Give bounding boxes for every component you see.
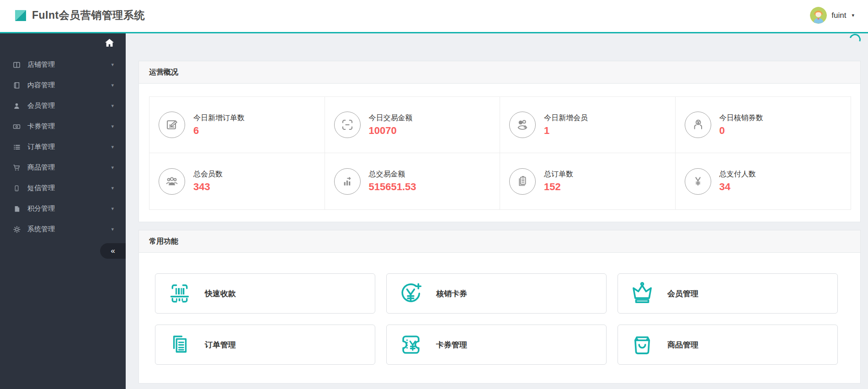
gear-icon	[12, 226, 21, 233]
stat-total-amount: 总交易金额 515651.53	[325, 153, 501, 209]
quick-actions-body: 快速收款 核销卡券	[139, 253, 860, 383]
sidebar-item-points[interactable]: 积分管理 ▾	[0, 198, 126, 219]
documents-icon	[167, 332, 192, 357]
user-avatar[interactable]	[810, 7, 827, 24]
member-manage-button[interactable]: 会员管理	[618, 273, 838, 314]
columns-icon	[12, 61, 21, 69]
sidebar-item-goods[interactable]: 商品管理 ▾	[0, 157, 126, 178]
caret-down-icon: ▾	[111, 144, 114, 150]
sidebar-item-system[interactable]: 系统管理 ▾	[0, 219, 126, 240]
caret-down-icon: ▾	[111, 62, 114, 68]
stat-label: 今日新增订单数	[193, 113, 245, 123]
app-title: FuInt会员营销管理系统	[32, 8, 145, 22]
book-icon	[12, 82, 21, 89]
yen-plus-icon	[399, 281, 423, 306]
redeem-coupon-button[interactable]: 核销卡券	[386, 273, 607, 314]
cart-icon	[12, 164, 21, 171]
action-label: 核销卡券	[436, 288, 467, 299]
sidebar: 店铺管理 ▾ 内容管理 ▾ 会员管理 ▾	[0, 33, 126, 389]
sidebar-item-sms[interactable]: 短信管理 ▾	[0, 178, 126, 198]
orders-doc-icon	[509, 168, 536, 195]
stat-today-members: 今日新增会员 1	[500, 97, 676, 153]
scan-icon	[334, 112, 361, 138]
caret-down-icon: ▾	[111, 123, 114, 129]
hand-yen-icon	[685, 112, 711, 138]
stat-label: 总会员数	[193, 170, 223, 179]
stat-value: 515651.53	[369, 181, 416, 193]
app-logo-icon	[14, 9, 27, 22]
coupon-icon	[399, 332, 423, 357]
stat-label: 总交易金额	[369, 170, 416, 179]
collapse-left-icon: «	[111, 246, 115, 256]
caret-down-icon: ▾	[111, 226, 114, 232]
coupon-manage-button[interactable]: 卡券管理	[386, 325, 607, 365]
stat-total-orders: 总订单数 152	[500, 153, 676, 209]
home-icon	[105, 39, 114, 47]
stat-value: 0	[719, 125, 763, 137]
sidebar-item-order[interactable]: 订单管理 ▾	[0, 137, 126, 157]
overview-body: 今日新增订单数 6 今日交易金额 10070	[139, 84, 860, 222]
add-member-icon	[509, 112, 536, 138]
barcode-scan-icon	[167, 281, 192, 306]
stat-today-orders: 今日新增订单数 6	[149, 97, 325, 153]
stat-value: 10070	[369, 125, 413, 137]
edit-icon	[159, 112, 185, 138]
stat-today-redeemed: 今日核销券数 0	[676, 97, 851, 153]
quick-actions-panel: 常用功能 快速收款	[138, 230, 861, 384]
list-icon	[12, 144, 21, 151]
main-content: 运营概况 今日新增订单数 6	[126, 33, 868, 389]
action-label: 快速收款	[205, 288, 236, 299]
goods-manage-button[interactable]: 商品管理	[618, 325, 838, 365]
order-manage-button[interactable]: 订单管理	[155, 325, 375, 365]
top-header: FuInt会员营销管理系统 fuint ▾	[0, 0, 868, 33]
loading-spinner-icon	[847, 32, 863, 47]
quick-actions-title: 常用功能	[149, 237, 178, 246]
stat-value: 343	[193, 181, 223, 193]
action-label: 卡券管理	[436, 340, 467, 350]
action-label: 会员管理	[667, 288, 698, 299]
file-icon	[12, 205, 21, 213]
stat-value: 34	[719, 181, 756, 193]
quick-collect-button[interactable]: 快速收款	[155, 273, 375, 314]
action-label: 商品管理	[667, 340, 698, 350]
sidebar-item-content[interactable]: 内容管理 ▾	[0, 75, 126, 96]
stat-value: 6	[193, 125, 245, 137]
stat-label: 总支付人数	[719, 170, 756, 179]
caret-down-icon: ▾	[111, 185, 114, 191]
caret-down-icon: ▾	[111, 165, 114, 171]
mobile-icon	[12, 185, 21, 192]
stat-value: 1	[544, 125, 588, 137]
home-button[interactable]	[0, 33, 126, 52]
caret-down-icon: ▾	[111, 103, 114, 109]
stat-today-amount: 今日交易金额 10070	[325, 97, 501, 153]
stat-total-payers: 总支付人数 34	[676, 153, 851, 209]
action-label: 订单管理	[205, 340, 236, 350]
caret-down-icon: ▾	[852, 12, 854, 18]
overview-panel: 运营概况 今日新增订单数 6	[138, 61, 861, 222]
stats-grid: 今日新增订单数 6 今日交易金额 10070	[149, 96, 851, 210]
money-icon	[12, 123, 21, 130]
user-menu[interactable]: fuint ▾	[810, 7, 854, 24]
caret-down-icon: ▾	[111, 82, 114, 88]
sidebar-item-store[interactable]: 店铺管理 ▾	[0, 54, 126, 75]
stat-total-members: 总会员数 343	[149, 153, 325, 209]
caret-down-icon: ▾	[111, 206, 114, 212]
brand: FuInt会员营销管理系统	[14, 8, 145, 22]
sidebar-collapse-button[interactable]: «	[100, 243, 126, 259]
user-name[interactable]: fuint	[831, 11, 846, 20]
quick-actions-panel-header: 常用功能	[139, 230, 860, 253]
members-group-icon	[159, 168, 185, 195]
sidebar-item-member[interactable]: 会员管理 ▾	[0, 96, 126, 116]
stat-value: 152	[544, 181, 573, 193]
stat-label: 总订单数	[544, 170, 573, 179]
stat-label: 今日新增会员	[544, 113, 588, 123]
shopping-bag-icon	[630, 332, 655, 357]
sidebar-item-coupon[interactable]: 卡券管理 ▾	[0, 116, 126, 137]
yen-circle-icon	[685, 168, 711, 195]
overview-title: 运营概况	[149, 68, 178, 77]
sidebar-menu: 店铺管理 ▾ 内容管理 ▾ 会员管理 ▾	[0, 54, 126, 240]
overview-panel-header: 运营概况	[139, 61, 860, 84]
stat-label: 今日交易金额	[369, 113, 413, 123]
crown-icon	[630, 281, 655, 306]
stat-label: 今日核销券数	[719, 113, 763, 123]
